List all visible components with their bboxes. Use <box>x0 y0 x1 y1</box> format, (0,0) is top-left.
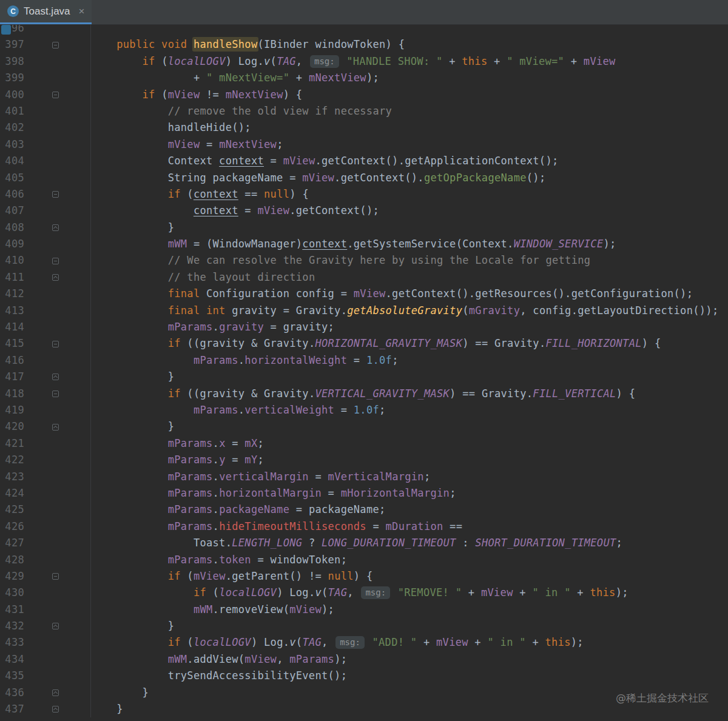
code-text[interactable]: // the layout direction <box>91 269 728 286</box>
fold-marker-icon[interactable] <box>24 220 91 236</box>
line-number[interactable]: 431 <box>0 602 24 618</box>
fold-marker-icon[interactable] <box>24 36 91 53</box>
code-text[interactable]: mView = mNextView; <box>91 136 728 153</box>
code-text[interactable]: String packageName = mView.getContext().… <box>91 170 728 186</box>
line-number[interactable]: 419 <box>0 402 24 418</box>
fold-marker-icon[interactable] <box>24 685 91 701</box>
line-number[interactable]: 418 <box>0 386 24 402</box>
line-number[interactable]: 414 <box>0 319 24 335</box>
fold-marker-icon[interactable] <box>24 252 91 269</box>
code-text[interactable]: if (localLOGV) Log.v(TAG, msg: "ADD! " +… <box>91 634 728 651</box>
code-text[interactable]: mParams.gravity = gravity; <box>91 319 728 335</box>
line-number[interactable]: 423 <box>0 469 24 485</box>
line-number[interactable]: 426 <box>0 518 24 535</box>
code-text[interactable]: + " mNextView=" + mNextView); <box>91 70 728 86</box>
code-text[interactable]: mParams.token = windowToken; <box>91 552 728 568</box>
code-text[interactable]: if (mView != mNextView) { <box>91 87 728 103</box>
fold-marker-icon[interactable] <box>24 701 91 717</box>
line-number[interactable]: 406 <box>0 186 24 203</box>
line-number[interactable]: 398 <box>0 53 24 70</box>
fold-marker-icon[interactable] <box>24 186 91 203</box>
fold-marker-icon[interactable] <box>24 269 91 286</box>
code-text[interactable]: if (localLOGV) Log.v(TAG, msg: "HANDLE S… <box>91 53 728 70</box>
code-text[interactable]: context = mView.getContext(); <box>91 203 728 219</box>
line-number[interactable]: 411 <box>0 269 24 286</box>
line-number[interactable]: 427 <box>0 535 24 551</box>
line-number[interactable]: 425 <box>0 501 24 518</box>
line-number[interactable]: 417 <box>0 369 24 385</box>
code-text[interactable]: public void handleShow(IBinder windowTok… <box>91 36 728 53</box>
code-text[interactable]: mWM = (WindowManager)context.getSystemSe… <box>91 236 728 252</box>
line-number[interactable]: 429 <box>0 568 24 585</box>
line-number[interactable]: 436 <box>0 685 24 701</box>
code-text[interactable]: handleHide(); <box>91 119 728 136</box>
line-number[interactable]: 413 <box>0 303 24 319</box>
code-text[interactable]: mParams.packageName = packageName; <box>91 501 728 518</box>
tab-toast-java[interactable]: C Toast.java × <box>0 0 92 24</box>
code-text[interactable]: final Configuration config = mView.getCo… <box>91 286 728 302</box>
line-number[interactable]: 424 <box>0 485 24 501</box>
code-text[interactable]: // remove the old view if necessary <box>91 103 728 119</box>
token-sf: localLOGV <box>168 55 226 67</box>
code-text[interactable]: mParams.horizontalWeight = 1.0f; <box>91 352 728 369</box>
code-text[interactable]: mParams.verticalMargin = mVerticalMargin… <box>91 469 728 485</box>
line-number[interactable]: 401 <box>0 103 24 119</box>
line-number[interactable]: 397 <box>0 36 24 53</box>
gutter-bookmark-icon[interactable] <box>1 25 11 35</box>
code-text[interactable] <box>91 25 728 36</box>
line-number[interactable]: 405 <box>0 170 24 186</box>
tab-close-icon[interactable]: × <box>79 5 85 18</box>
fold-marker-icon[interactable] <box>24 418 91 435</box>
fold-marker-icon[interactable] <box>24 618 91 634</box>
code-text[interactable]: } <box>91 369 728 385</box>
line-number[interactable]: 420 <box>0 418 24 435</box>
line-number[interactable]: 428 <box>0 552 24 568</box>
code-text[interactable]: if ((gravity & Gravity.HORIZONTAL_GRAVIT… <box>91 335 728 352</box>
code-text[interactable]: trySendAccessibilityEvent(); <box>91 668 728 684</box>
code-text[interactable]: mParams.horizontalMargin = mHorizontalMa… <box>91 485 728 501</box>
fold-marker-icon[interactable] <box>24 87 91 103</box>
line-number[interactable]: 437 <box>0 701 24 717</box>
code-text[interactable]: if (mView.getParent() != null) { <box>91 568 728 585</box>
line-number[interactable]: 416 <box>0 352 24 369</box>
line-number[interactable]: 403 <box>0 136 24 153</box>
token-pl: + <box>289 72 309 84</box>
line-number[interactable]: 412 <box>0 286 24 302</box>
code-text[interactable]: } <box>91 220 728 236</box>
fold-marker-icon[interactable] <box>24 568 91 585</box>
code-text[interactable]: if (context == null) { <box>91 186 728 203</box>
code-text[interactable]: mWM.addView(mView, mParams); <box>91 651 728 668</box>
line-number[interactable]: 435 <box>0 668 24 684</box>
fold-marker-icon[interactable] <box>24 369 91 385</box>
line-number[interactable]: 433 <box>0 634 24 651</box>
line-number[interactable]: 410 <box>0 252 24 269</box>
line-number[interactable]: 409 <box>0 236 24 252</box>
code-text[interactable]: mWM.removeView(mView); <box>91 602 728 618</box>
code-text[interactable]: mParams.y = mY; <box>91 452 728 468</box>
line-number[interactable]: 399 <box>0 70 24 86</box>
code-text[interactable]: if (localLOGV) Log.v(TAG, msg: "REMOVE! … <box>91 585 728 601</box>
line-number[interactable]: 415 <box>0 335 24 352</box>
line-number[interactable]: 408 <box>0 220 24 236</box>
line-number[interactable]: 430 <box>0 585 24 601</box>
line-number[interactable]: 421 <box>0 435 24 452</box>
code-text[interactable]: mParams.hideTimeoutMilliseconds = mDurat… <box>91 518 728 535</box>
line-number[interactable]: 434 <box>0 651 24 668</box>
code-text[interactable]: Context context = mView.getContext().get… <box>91 153 728 169</box>
code-text[interactable]: } <box>91 618 728 634</box>
code-text[interactable]: if ((gravity & Gravity.VERTICAL_GRAVITY_… <box>91 386 728 402</box>
code-text[interactable]: Toast.LENGTH_LONG ? LONG_DURATION_TIMEOU… <box>91 535 728 551</box>
code-text[interactable]: final int gravity = Gravity.getAbsoluteG… <box>91 303 728 319</box>
code-text[interactable]: mParams.x = mX; <box>91 435 728 452</box>
fold-marker-icon[interactable] <box>24 335 91 352</box>
line-number[interactable]: 404 <box>0 153 24 169</box>
line-number[interactable]: 432 <box>0 618 24 634</box>
code-text[interactable]: // We can resolve the Gravity here by us… <box>91 252 728 269</box>
code-text[interactable]: } <box>91 418 728 435</box>
line-number[interactable]: 400 <box>0 87 24 103</box>
fold-marker-icon[interactable] <box>24 386 91 402</box>
line-number[interactable]: 402 <box>0 119 24 136</box>
line-number[interactable]: 407 <box>0 203 24 219</box>
code-text[interactable]: mParams.verticalWeight = 1.0f; <box>91 402 728 418</box>
line-number[interactable]: 422 <box>0 452 24 468</box>
